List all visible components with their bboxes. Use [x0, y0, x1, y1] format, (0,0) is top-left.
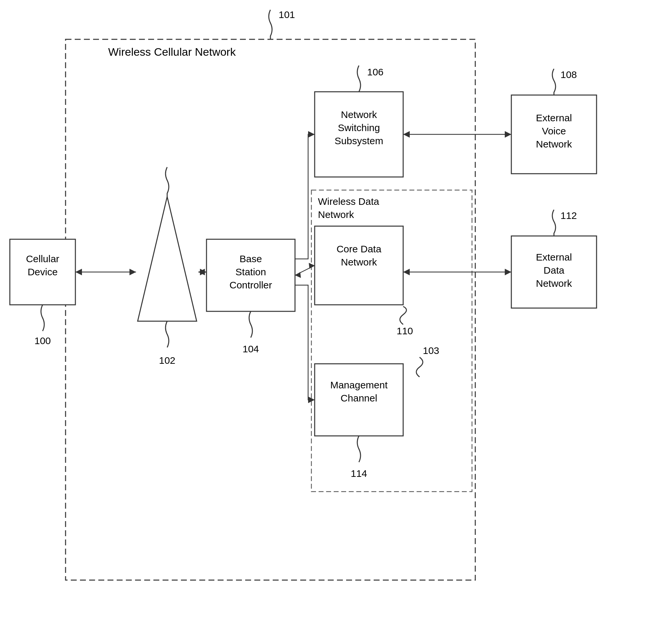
- ref-106-label: 106: [367, 67, 384, 77]
- edn-label-line3: Network: [536, 278, 572, 289]
- ref-102-label: 102: [159, 355, 175, 366]
- evn-label-line2: Voice: [542, 126, 566, 136]
- ref-114-label: 114: [351, 468, 367, 479]
- diagram-container: Wireless Cellular Network 101 Cellular D…: [0, 0, 649, 644]
- edn-label-line1: External: [536, 252, 572, 262]
- network-switching-box: [315, 92, 403, 177]
- edn-label-line2: Data: [544, 265, 564, 275]
- wireless-data-label-line2: Network: [318, 209, 354, 220]
- bsc-label-line2: Station: [235, 266, 266, 277]
- cdn-label-line2: Network: [341, 257, 377, 267]
- nss-label-line1: Network: [341, 109, 377, 120]
- bsc-label-line1: Base: [240, 253, 262, 264]
- ref-110-label: 110: [397, 326, 413, 336]
- ref-101-label: 101: [278, 9, 295, 20]
- mgmt-label-line1: Management: [330, 380, 388, 390]
- evn-label-line1: External: [536, 113, 572, 123]
- nss-label-line2: Switching: [338, 122, 380, 133]
- cellular-device-label-line1: Cellular: [26, 253, 59, 264]
- ref-103-label: 103: [423, 345, 439, 356]
- cellular-device-label-line2: Device: [28, 266, 58, 277]
- ref-112-label: 112: [561, 210, 577, 221]
- mgmt-label-line2: Channel: [341, 393, 377, 403]
- ref-104-label: 104: [243, 343, 259, 354]
- nss-label-line3: Subsystem: [335, 135, 383, 146]
- wireless-cellular-label: Wireless Cellular Network: [108, 46, 236, 58]
- ref-108-label: 108: [561, 69, 577, 80]
- wireless-data-label-line1: Wireless Data: [318, 196, 379, 207]
- evn-label-line3: Network: [536, 139, 572, 149]
- cdn-label-line1: Core Data: [337, 244, 382, 254]
- ref-100-label: 100: [34, 335, 51, 346]
- bsc-label-line3: Controller: [229, 280, 272, 290]
